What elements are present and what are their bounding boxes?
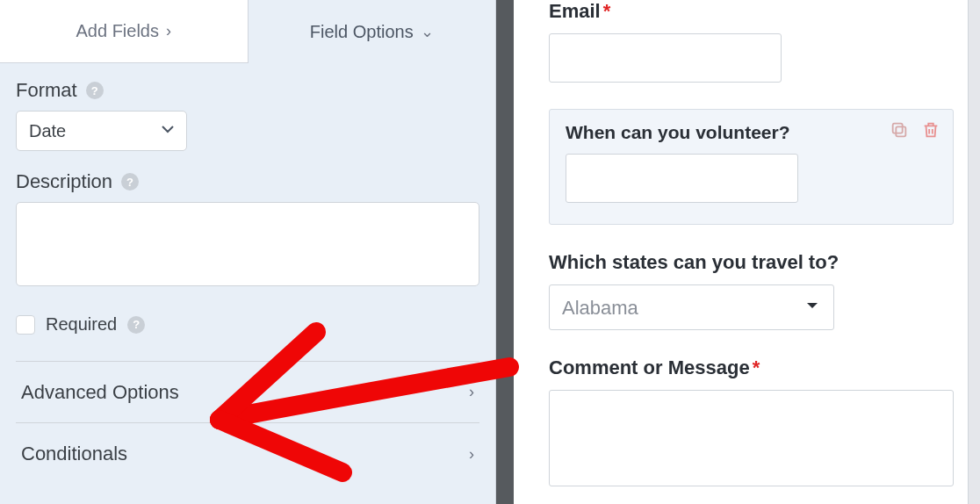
help-icon[interactable]: ? [86, 82, 104, 99]
preview-panel: Email* When can you volunteer? Which sta… [514, 0, 980, 504]
tab-add-fields-label: Add Fields [76, 21, 160, 41]
accordion-conditionals[interactable]: Conditionals › [16, 423, 479, 485]
volunteer-label: When can you volunteer? [566, 122, 937, 143]
description-textarea[interactable] [16, 202, 479, 286]
chevron-right-icon: › [166, 22, 171, 40]
duplicate-icon[interactable] [890, 120, 909, 140]
description-row: Description ? [16, 170, 479, 290]
preview-email[interactable]: Email* [549, 0, 954, 83]
accordion-advanced-label: Advanced Options [21, 381, 179, 404]
required-checkbox[interactable] [16, 315, 35, 335]
tabs: Add Fields › Field Options ⌄ [0, 0, 495, 63]
email-label: Email* [549, 0, 954, 23]
accordion-conditionals-label: Conditionals [21, 443, 127, 465]
chevron-right-icon: › [469, 445, 474, 464]
comment-textarea[interactable] [549, 390, 954, 486]
states-select[interactable]: Alabama [549, 284, 834, 330]
required-star-icon: * [603, 0, 611, 22]
help-icon[interactable]: ? [127, 316, 145, 334]
volunteer-input[interactable] [566, 154, 798, 203]
accordion: Advanced Options › Conditionals › [16, 361, 479, 485]
email-input[interactable] [549, 33, 782, 83]
left-panel: Add Fields › Field Options ⌄ Format ? Da… [0, 0, 496, 504]
tab-field-options[interactable]: Field Options ⌄ [249, 0, 496, 63]
preview-comment[interactable]: Comment or Message* [549, 356, 954, 490]
tab-field-options-label: Field Options [310, 22, 414, 42]
panel-body: Format ? Date Description ? [0, 63, 495, 485]
svg-rect-1 [893, 124, 903, 133]
trash-icon[interactable] [921, 120, 940, 140]
states-label: Which states can you travel to? [549, 251, 954, 274]
scrollbar[interactable] [968, 0, 980, 504]
svg-rect-0 [896, 126, 905, 136]
required-label: Required [46, 314, 117, 335]
tab-add-fields[interactable]: Add Fields › [0, 0, 249, 63]
chevron-right-icon: › [469, 383, 474, 401]
description-label: Description [16, 170, 112, 193]
required-row: Required ? [16, 314, 479, 335]
format-row: Format ? Date [16, 79, 479, 151]
format-label: Format [16, 79, 77, 102]
panel-divider [496, 0, 514, 504]
preview-volunteer-selected[interactable]: When can you volunteer? [549, 109, 954, 225]
help-icon[interactable]: ? [121, 173, 139, 191]
accordion-advanced-options[interactable]: Advanced Options › [16, 362, 479, 423]
comment-label: Comment or Message* [549, 356, 954, 379]
preview-states[interactable]: Which states can you travel to? Alabama [549, 251, 954, 330]
chevron-down-icon: ⌄ [421, 22, 434, 41]
required-star-icon: * [753, 356, 760, 378]
format-select[interactable]: Date [16, 111, 187, 151]
